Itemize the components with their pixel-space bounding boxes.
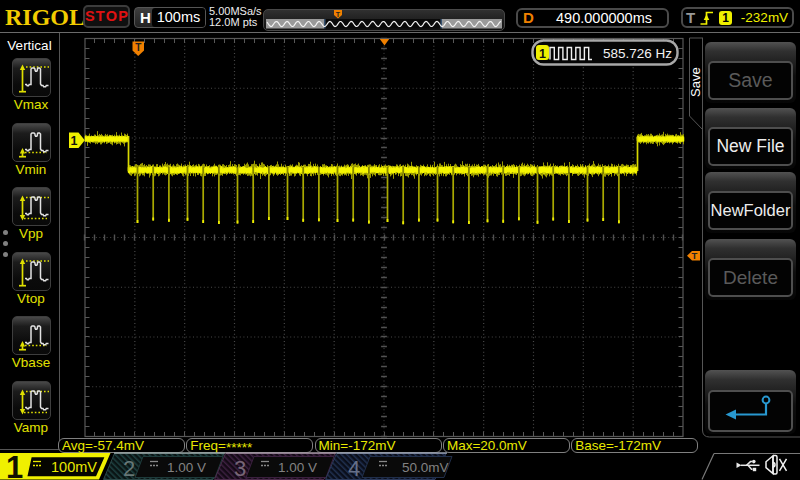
svg-text:50.0mV: 50.0mV — [402, 460, 449, 475]
svg-text:2: 2 — [123, 456, 135, 480]
svg-text:1: 1 — [6, 450, 23, 480]
svg-text:585.726 Hz: 585.726 Hz — [603, 46, 672, 61]
svg-text:4: 4 — [348, 456, 360, 480]
svg-text:T: T — [135, 42, 141, 53]
svg-text:3: 3 — [234, 456, 246, 480]
svg-text:1.00 V: 1.00 V — [278, 460, 317, 475]
svg-text:1.00 V: 1.00 V — [167, 460, 206, 475]
svg-text:1: 1 — [71, 134, 78, 148]
svg-text:T: T — [692, 250, 698, 261]
svg-text:100mV: 100mV — [51, 459, 97, 475]
svg-text:1: 1 — [539, 47, 546, 61]
